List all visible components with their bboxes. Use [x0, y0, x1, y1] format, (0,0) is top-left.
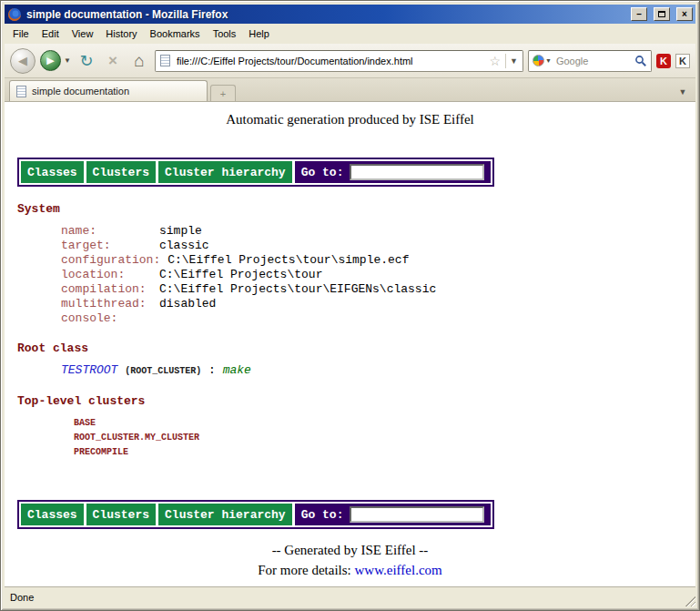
status-bar: Done: [5, 586, 695, 606]
property-value: disabled: [159, 297, 216, 311]
goto-input[interactable]: [350, 164, 484, 180]
generated-by-text: -- Generated by ISE Eiffel --: [5, 543, 695, 558]
property-label: console:: [61, 311, 152, 326]
window-title: simple documentation - Mozilla Firefox: [26, 8, 624, 21]
engine-dropdown-icon[interactable]: ▼: [545, 57, 552, 64]
tab-page-icon: [16, 86, 26, 97]
cluster-hierarchy-button-bottom[interactable]: Cluster hierarchy: [158, 504, 292, 525]
maximize-button[interactable]: [654, 7, 670, 21]
system-row: configuration: C:\Eiffel Projects\tour\s…: [61, 253, 695, 268]
goto-section: Go to:: [295, 161, 492, 183]
property-value: C:\Eiffel Projects\tour\EIFGENs\classic: [159, 282, 436, 297]
details-label: For more details:: [258, 563, 350, 577]
google-engine-icon[interactable]: [533, 55, 544, 66]
favicon-page-icon: [160, 55, 170, 66]
search-magnifier-icon[interactable]: [634, 55, 647, 67]
menu-item-tools[interactable]: Tools: [207, 25, 243, 42]
property-label: location:: [61, 268, 152, 282]
page-title: Automatic generation produced by ISE Eif…: [5, 112, 695, 127]
root-class-heading: Root class: [17, 341, 695, 355]
system-row: name: simple: [61, 224, 695, 239]
goto-label: Go to:: [301, 166, 344, 179]
url-dropdown-icon[interactable]: ▼: [505, 54, 518, 68]
property-label: compilation:: [61, 282, 152, 297]
menu-item-view[interactable]: View: [66, 25, 100, 42]
property-value: C:\Eiffel Projects\tour\simple.ecf: [167, 253, 409, 268]
status-text: Done: [10, 592, 34, 603]
history-dropdown-icon[interactable]: ▼: [64, 56, 71, 65]
bookmark-star-icon[interactable]: ☆: [490, 55, 502, 67]
maximize-icon: [658, 11, 665, 17]
menu-item-file[interactable]: File: [6, 25, 36, 42]
doc-navbar-top: Classes Clusters Cluster hierarchy Go to…: [17, 158, 494, 187]
root-cluster-link[interactable]: (ROOT_CLUSTER): [125, 366, 201, 376]
title-bar: simple documentation - Mozilla Firefox –…: [5, 5, 695, 24]
classes-button[interactable]: Classes: [21, 161, 84, 183]
cluster-hierarchy-button[interactable]: Cluster hierarchy: [158, 161, 292, 183]
goto-label-bottom: Go to:: [301, 508, 344, 522]
system-row: multithread: disabled: [61, 297, 695, 311]
cluster-link-root-cluster[interactable]: ROOT_CLUSTER.MY_CLUSTER: [74, 431, 695, 445]
search-box: ▼: [528, 50, 652, 72]
eiffel-com-link[interactable]: www.eiffel.com: [355, 563, 442, 577]
property-value: simple: [159, 224, 202, 239]
property-label: target:: [61, 239, 152, 253]
tab-simple-documentation[interactable]: simple documentation: [9, 80, 208, 101]
clusters-button[interactable]: Clusters: [86, 161, 156, 183]
menu-item-edit[interactable]: Edit: [36, 25, 66, 42]
navigation-toolbar: ◀ ▶ ▼ ↻ × ⌂ ☆ ▼ ▼ K K: [5, 44, 695, 78]
tab-label: simple documentation: [32, 86, 129, 97]
resize-grip[interactable]: [683, 594, 695, 606]
menu-item-help[interactable]: Help: [242, 25, 276, 42]
home-button[interactable]: ⌂: [128, 50, 150, 72]
forward-button[interactable]: ▶: [40, 50, 61, 71]
system-row: console:: [61, 311, 695, 326]
refresh-button[interactable]: ↻: [76, 50, 97, 72]
menu-item-bookmarks[interactable]: Bookmarks: [144, 25, 207, 42]
menu-item-history[interactable]: History: [99, 25, 143, 42]
url-input[interactable]: [175, 55, 485, 67]
system-properties: name: simple target: classic configurati…: [61, 224, 695, 326]
tab-bar: simple documentation + ▼: [5, 78, 695, 102]
address-bar: ☆ ▼: [155, 50, 523, 72]
cluster-link-base[interactable]: BASE: [74, 416, 695, 431]
classes-button-bottom[interactable]: Classes: [21, 504, 84, 525]
property-label: multithread:: [61, 297, 152, 311]
doc-navbar-bottom: Classes Clusters Cluster hierarchy Go to…: [17, 500, 494, 529]
root-separator: :: [208, 363, 216, 377]
back-button[interactable]: ◀: [10, 48, 36, 74]
root-feature-link[interactable]: make: [223, 363, 251, 377]
goto-section-bottom: Go to:: [295, 504, 492, 525]
root-class-line: TESTROOT (ROOT_CLUSTER) : make: [61, 363, 695, 379]
details-line: For more details: www.eiffel.com: [5, 563, 695, 578]
browser-window: simple documentation - Mozilla Firefox –…: [0, 0, 700, 611]
property-value: C:\Eiffel Projects\tour: [159, 268, 322, 282]
clusters-button-bottom[interactable]: Clusters: [86, 504, 156, 525]
search-input[interactable]: [554, 55, 632, 67]
property-label: name:: [61, 224, 152, 239]
firefox-icon: [7, 7, 22, 22]
clusters-heading: Top-level clusters: [17, 394, 695, 408]
system-row: compilation: C:\Eiffel Projects\tour\EIF…: [61, 282, 695, 297]
addon-icon-1[interactable]: K: [656, 54, 671, 68]
property-label: configuration:: [61, 253, 160, 268]
list-all-tabs-icon[interactable]: ▼: [675, 83, 691, 101]
menu-bar: File Edit View History Bookmarks Tools H…: [5, 24, 695, 44]
cluster-link-precompile[interactable]: PRECOMPILE: [74, 445, 695, 460]
addon-icon-2[interactable]: K: [675, 54, 690, 68]
goto-input-bottom[interactable]: [350, 506, 484, 523]
page-content: Automatic generation produced by ISE Eif…: [5, 102, 695, 586]
system-row: location: C:\Eiffel Projects\tour: [61, 268, 695, 282]
system-row: target: classic: [61, 239, 695, 253]
minimize-button[interactable]: –: [631, 7, 647, 21]
close-button[interactable]: ×: [676, 7, 693, 21]
new-tab-button[interactable]: +: [210, 85, 236, 101]
root-class-link[interactable]: TESTROOT: [61, 363, 117, 377]
doc-footer: -- Generated by ISE Eiffel -- For more d…: [5, 543, 695, 578]
property-value: classic: [159, 239, 209, 253]
stop-button[interactable]: ×: [102, 50, 124, 72]
cluster-list: BASE ROOT_CLUSTER.MY_CLUSTER PRECOMPILE: [74, 416, 695, 460]
system-heading: System: [17, 202, 695, 216]
